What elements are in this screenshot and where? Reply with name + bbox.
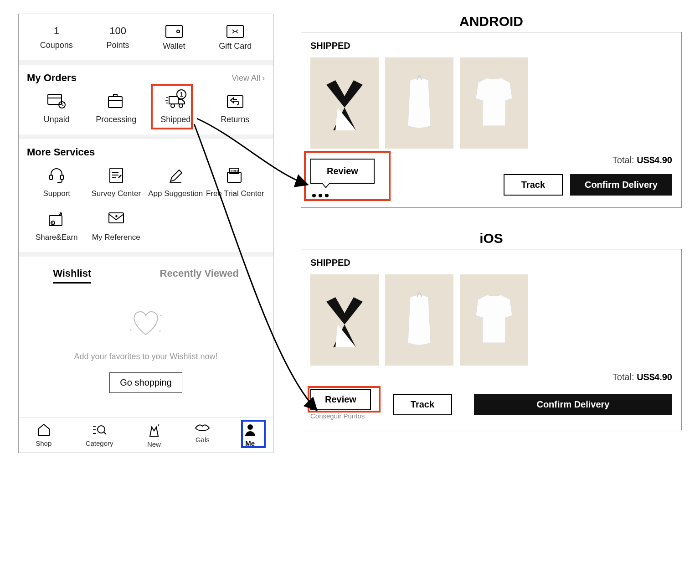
android-button-row: Review Track Confirm Delivery [310,172,672,197]
order-status: SHIPPED [310,41,672,51]
review-button[interactable]: Review [310,389,371,410]
svg-point-9 [179,104,183,108]
orders-shipped[interactable]: 1 Shipped [146,92,206,124]
svg-point-1 [177,30,180,33]
shipped-icon: 1 [165,92,185,110]
my-orders-title: My Orders [27,72,77,84]
share-earn-icon: $ [46,210,67,228]
tab-recently-viewed[interactable]: Recently Viewed [160,268,239,284]
coupons-label: Coupons [40,41,73,50]
more-services-section: More Services Support Survey Center [19,139,273,252]
svg-text:$: $ [51,221,54,225]
wallet-label: Wallet [163,41,185,51]
coupons-stat[interactable]: 1 Coupons [40,25,73,51]
giftcard-label: Gift Card [219,41,252,51]
processing-icon [106,92,126,110]
category-icon [92,423,107,438]
wishlist-empty: Add your favorites to your Wishlist now!… [19,289,273,416]
review-subtext: Conseguir Puntos [310,412,365,420]
lips-icon [195,423,210,434]
free-trial-icon: FREE [225,166,245,185]
nav-new[interactable]: New [147,423,161,448]
unpaid-icon [46,92,67,110]
reference-icon [106,210,126,228]
my-orders-section: My Orders View All › Unpaid Pro [19,65,273,134]
product-thumbnails [310,274,672,366]
bottom-nav: Shop Category New Gals Me [19,418,273,453]
android-label: ANDROID [301,14,682,29]
new-icon [147,423,161,438]
total-line: Total: US$4.90 [310,372,672,382]
svg-rect-20 [109,213,124,223]
nav-shop[interactable]: Shop [36,423,51,448]
wallet-icon [165,25,183,38]
product-thumbnails [310,57,672,149]
product-thumb[interactable] [385,274,453,366]
go-shopping-button[interactable]: Go shopping [109,372,182,393]
ios-label: iOS [301,231,682,246]
person-icon [244,423,256,438]
more-options-icon[interactable] [310,194,329,197]
track-button[interactable]: Track [393,394,452,415]
account-screen: 1 Coupons 100 Points Wallet Gift Card [18,14,273,453]
svg-rect-6 [108,97,122,108]
comparison-column: ANDROID SHIPPED Total: US$4.90 Review [301,14,682,453]
view-all-link[interactable]: View All › [232,73,265,83]
points-count: 100 [109,25,126,37]
svg-text:FREE: FREE [231,170,239,173]
chevron-right-icon: › [262,73,265,83]
headset-icon [46,166,67,185]
service-my-reference[interactable]: My Reference [87,210,146,242]
product-thumb[interactable] [460,274,528,366]
list-tabs: Wishlist Recently Viewed [19,259,273,289]
product-thumb[interactable] [310,274,379,366]
nav-me[interactable]: Me [244,423,256,448]
service-share-earn[interactable]: $ Share&Earn [27,210,87,242]
service-free-trial[interactable]: FREE Free Trial Center [206,166,265,198]
service-survey[interactable]: Survey Center [87,166,146,198]
nav-gals[interactable]: Gals [195,423,210,448]
product-thumb[interactable] [310,57,379,149]
giftcard-stat[interactable]: Gift Card [219,25,252,51]
orders-processing[interactable]: Processing [87,92,146,124]
ios-button-row: Review Conseguir Puntos Track Confirm De… [310,389,672,420]
service-support[interactable]: Support [27,166,87,198]
heart-icon [125,307,166,341]
tab-wishlist[interactable]: Wishlist [53,268,91,284]
returns-icon [225,92,245,110]
svg-point-25 [247,424,253,430]
orders-unpaid[interactable]: Unpaid [27,92,87,124]
order-status: SHIPPED [310,258,672,268]
stats-row: 1 Coupons 100 Points Wallet Gift Card [19,14,273,60]
svg-rect-7 [169,97,178,104]
pencil-icon [165,166,185,185]
gift-card-icon [226,25,244,38]
review-popover[interactable]: Review [310,159,375,184]
more-services-title: More Services [27,146,95,158]
svg-point-23 [160,330,161,332]
points-stat[interactable]: 100 Points [107,25,129,51]
home-icon [37,423,51,438]
svg-point-8 [171,104,175,108]
wallet-stat[interactable]: Wallet [163,25,185,51]
orders-returns[interactable]: Returns [206,92,265,124]
android-order-card: SHIPPED Total: US$4.90 Review Track C [301,32,682,208]
ios-order-card: SHIPPED Total: US$4.90 Review Conseguir … [301,249,682,430]
nav-category[interactable]: Category [86,423,113,448]
svg-point-22 [160,315,162,316]
wishlist-message: Add your favorites to your Wishlist now! [74,352,217,361]
product-thumb[interactable] [460,57,528,149]
survey-icon [106,166,126,185]
confirm-delivery-button[interactable]: Confirm Delivery [570,174,672,196]
svg-point-24 [98,426,105,433]
track-button[interactable]: Track [504,174,563,196]
points-label: Points [107,41,129,50]
coupons-count: 1 [54,25,59,37]
svg-point-21 [130,330,132,331]
service-app-suggestion[interactable]: App Suggestion [146,166,206,198]
confirm-delivery-button[interactable]: Confirm Delivery [474,394,672,415]
product-thumb[interactable] [385,57,453,149]
